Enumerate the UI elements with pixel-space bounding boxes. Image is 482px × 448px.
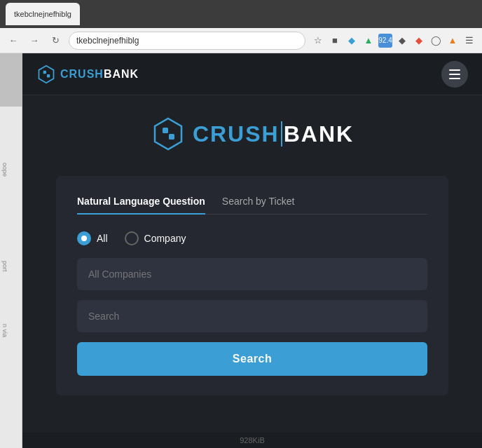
tab-bar: Natural Language Question Search by Tick… bbox=[77, 196, 427, 215]
browser-chrome: tkebclnejnefhiblg bbox=[0, 0, 482, 28]
radio-company[interactable]: Company bbox=[125, 231, 186, 245]
radio-company-circle bbox=[125, 231, 139, 245]
logo-divider bbox=[281, 121, 282, 147]
extension-icon-4[interactable]: ◆ bbox=[395, 34, 409, 48]
side-panel: oope port n via bbox=[0, 107, 22, 448]
bookmark-icon[interactable]: ☆ bbox=[311, 34, 325, 48]
main-logo-crush: CRUSH bbox=[193, 121, 280, 147]
refresh-button[interactable]: ↻ bbox=[48, 33, 63, 48]
main-content: CRUSH BANK Natural Language Question Sea… bbox=[22, 95, 482, 433]
main-logo-bank: BANK bbox=[284, 121, 354, 147]
header-logo-icon bbox=[36, 65, 56, 84]
side-panel-label-1: oope bbox=[1, 163, 8, 177]
svg-rect-2 bbox=[47, 74, 50, 77]
side-panel-label-2: port bbox=[1, 261, 8, 272]
extension-icon-7[interactable]: ▲ bbox=[446, 34, 460, 48]
svg-rect-5 bbox=[169, 134, 174, 140]
main-logo-text-wrap: CRUSH BANK bbox=[193, 121, 354, 147]
browser-toolbar: ← → ↻ tkebclnejnefhiblg ☆ ■ ◆ ▲ 92.4 ◆ ◆… bbox=[0, 28, 482, 53]
search-button[interactable]: Search bbox=[77, 342, 427, 376]
menu-line-1 bbox=[449, 69, 460, 71]
search-card: Natural Language Question Search by Tick… bbox=[56, 176, 448, 395]
footer-bar: 928KiB bbox=[22, 433, 482, 448]
radio-company-label: Company bbox=[144, 233, 186, 244]
header-logo-text: CRUSHBANK bbox=[60, 68, 139, 81]
svg-marker-0 bbox=[39, 65, 54, 83]
app: CRUSHBANK CRUSH BANK bbox=[22, 53, 482, 448]
extension-icon-6[interactable]: ◯ bbox=[429, 34, 443, 48]
radio-all-circle bbox=[77, 231, 91, 245]
svg-marker-3 bbox=[155, 118, 181, 149]
app-header: CRUSHBANK bbox=[22, 53, 482, 95]
url-text: tkebclnejnefhiblg bbox=[76, 36, 139, 46]
search-input[interactable] bbox=[77, 300, 427, 332]
toolbar-icons: ☆ ■ ◆ ▲ 92.4 ◆ ◆ ◯ ▲ ☰ bbox=[311, 34, 476, 48]
tab-title: tkebclnejnefhiblg bbox=[14, 10, 71, 18]
main-logo-icon bbox=[151, 116, 186, 151]
footer-size: 928KiB bbox=[240, 436, 264, 444]
side-panel-label-3: n via bbox=[1, 324, 8, 337]
svg-rect-4 bbox=[163, 128, 168, 133]
browser-content: oope port n via CRUSHBANK bbox=[0, 53, 482, 448]
extension-icon-2[interactable]: ◆ bbox=[345, 34, 359, 48]
main-logo: CRUSH BANK bbox=[151, 116, 354, 151]
header-logo: CRUSHBANK bbox=[36, 65, 139, 84]
back-button[interactable]: ← bbox=[6, 33, 21, 48]
menu-line-3 bbox=[449, 78, 460, 79]
url-bar[interactable]: tkebclnejnefhiblg bbox=[69, 32, 305, 50]
tab-natural-language[interactable]: Natural Language Question bbox=[77, 196, 205, 214]
extension-icon-5[interactable]: ◆ bbox=[412, 34, 426, 48]
forward-button[interactable]: → bbox=[27, 33, 42, 48]
radio-all-label: All bbox=[97, 233, 108, 244]
browser-tab[interactable]: tkebclnejnefhiblg bbox=[6, 3, 80, 25]
menu-button[interactable] bbox=[441, 61, 468, 88]
extension-icon-1[interactable]: ■ bbox=[328, 34, 342, 48]
tab-search-by-ticket[interactable]: Search by Ticket bbox=[222, 196, 295, 214]
radio-all[interactable]: All bbox=[77, 231, 108, 245]
radio-group: All Company bbox=[77, 231, 427, 245]
sidebar-toggle[interactable]: ☰ bbox=[462, 34, 476, 48]
extension-icon-3[interactable]: ▲ bbox=[362, 34, 376, 48]
companies-input[interactable] bbox=[77, 258, 427, 290]
svg-rect-1 bbox=[43, 70, 46, 73]
menu-line-2 bbox=[449, 74, 460, 75]
extension-icon-badge[interactable]: 92.4 bbox=[378, 34, 392, 48]
